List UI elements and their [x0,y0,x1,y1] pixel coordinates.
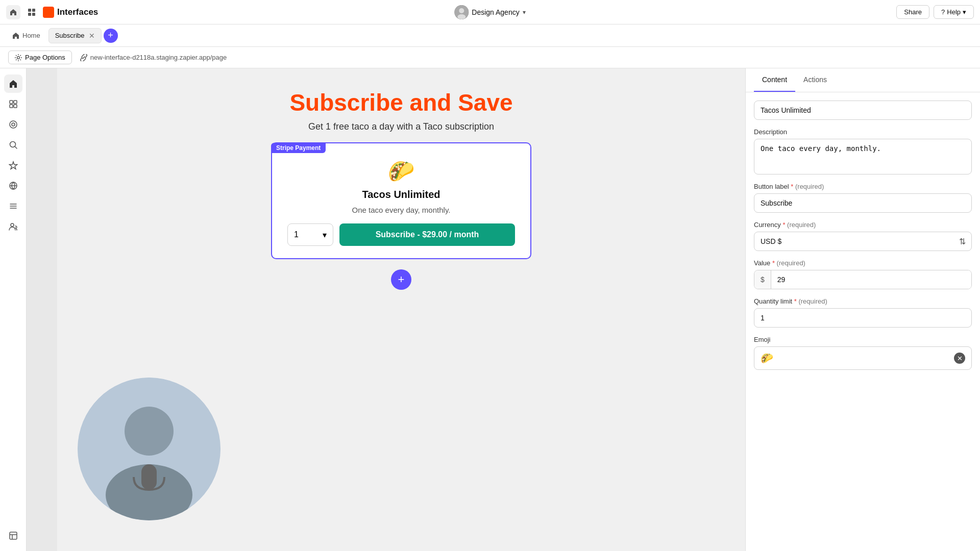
panel-tab-actions[interactable]: Actions [795,68,835,92]
svg-point-6 [457,14,465,19]
grid-nav-icon[interactable] [24,5,39,19]
svg-point-7 [17,56,20,59]
svg-rect-8 [10,101,13,104]
settings-icon [15,54,22,61]
svg-rect-17 [10,532,17,539]
svg-rect-9 [14,101,17,104]
help-icon: ? [941,8,945,16]
product-name: Tacos Unlimited [362,189,440,201]
description-input[interactable]: One taco every day, monthly. [754,139,972,174]
left-sidebar [0,68,27,551]
sidebar-item-globe[interactable] [4,177,22,195]
sidebar-item-home[interactable] [4,74,22,93]
svg-rect-10 [10,105,13,108]
sidebar-item-layout[interactable] [4,527,22,545]
tab-subscribe-label: Subscribe [55,32,85,39]
quantity-selector[interactable]: 1 ▾ [287,223,333,246]
qty-chevron-icon: ▾ [323,230,327,240]
field-qty-limit: Quantity limit * (required) [754,297,972,328]
svg-rect-1 [32,9,35,12]
qty-limit-input[interactable] [754,308,972,328]
sidebar-item-list[interactable] [4,197,22,215]
panel-content: Description One taco every day, monthly.… [746,92,980,378]
home-tab-icon [12,32,19,39]
avatar [454,5,469,19]
panel-tabs: Content Actions [746,68,980,92]
value-input-wrapper: $ [754,270,972,289]
field-emoji: Emoji 🌮 ✕ [754,336,972,370]
subscribe-button[interactable]: Subscribe - $29.00 / month [339,223,515,246]
product-desc: One taco every day, monthly. [352,206,451,214]
value-input[interactable] [771,270,971,289]
preview-area: Subscribe and Save Get 1 free taco a day… [57,68,745,551]
emoji-input-row: 🌮 ✕ [754,346,972,370]
subscribe-heading: Subscribe and Save [289,89,512,116]
nav-center: Design Agency ▾ [454,5,525,19]
emoji-clear-button[interactable]: ✕ [954,353,965,364]
brand-name: Interfaces [57,7,98,17]
sidebar-item-star[interactable] [4,156,22,174]
button-label-input[interactable] [754,193,972,213]
svg-point-5 [459,8,464,13]
button-label-label: Button label * (required) [754,183,972,190]
sidebar-item-grid[interactable] [4,95,22,113]
svg-point-14 [10,142,15,147]
stripe-label: Stripe Payment [271,143,326,153]
page-options-label: Page Options [25,54,65,61]
currency-select[interactable]: USD $ EUR € GBP £ [754,232,972,251]
panel-tab-content[interactable]: Content [754,68,795,92]
field-description: Description One taco every day, monthly. [754,128,972,174]
svg-rect-2 [28,13,31,16]
options-row: Page Options new-interface-d2118a.stagin… [0,47,980,68]
right-panel: Content Actions Description One taco eve… [745,68,980,551]
subscribe-subtext: Get 1 free taco a day with a Taco subscr… [308,121,494,132]
field-currency: Currency * (required) USD $ EUR € GBP £ … [754,221,972,251]
main: Subscribe and Save Get 1 free taco a day… [0,68,980,551]
svg-rect-0 [28,9,31,12]
home-nav-icon[interactable] [6,5,20,19]
help-label: Help [947,8,961,16]
agency-chevron-icon[interactable]: ▾ [523,9,526,16]
url-bar: new-interface-d2118a.staging.zapier.app/… [80,54,227,61]
add-content-button[interactable]: + [391,269,411,290]
person-avatar [78,378,220,520]
product-name-input[interactable] [754,101,972,120]
tabs-row: Home Subscribe ✕ + [0,24,980,47]
stripe-actions: 1 ▾ Subscribe - $29.00 / month [287,223,515,246]
page-options-button[interactable]: Page Options [8,51,72,64]
svg-rect-3 [32,13,35,16]
field-button-label: Button label * (required) [754,183,972,213]
tab-home[interactable]: Home [6,29,46,42]
svg-point-19 [125,407,174,456]
sidebar-item-zap[interactable] [4,115,22,134]
canvas: Subscribe and Save Get 1 free taco a day… [27,68,745,551]
brand-icon [43,7,54,18]
svg-point-13 [12,123,15,126]
sidebar-item-users[interactable] [4,217,22,236]
currency-label: Currency * (required) [754,221,972,229]
description-label: Description [754,128,972,136]
tab-home-label: Home [22,32,40,39]
nav-brand: Interfaces [43,7,98,18]
qty-value: 1 [294,230,299,239]
nav-actions: Share ? Help ▾ [896,5,974,19]
svg-rect-21 [141,464,157,490]
url-text: new-interface-d2118a.staging.zapier.app/… [90,54,227,61]
emoji-value: 🌮 [761,352,773,364]
help-button[interactable]: ? Help ▾ [934,5,974,19]
emoji-label: Emoji [754,336,972,343]
top-nav: Interfaces Design Agency ▾ Share ? Help … [0,0,980,24]
agency-name[interactable]: Design Agency [472,8,519,16]
tab-subscribe[interactable]: Subscribe ✕ [48,28,102,43]
tab-close-icon[interactable]: ✕ [89,32,95,40]
share-button[interactable]: Share [896,5,929,19]
sidebar-item-search[interactable] [4,136,22,154]
stripe-payment-card: Stripe Payment 🌮 Tacos Unlimited One tac… [271,142,531,259]
tab-add-button[interactable]: + [104,29,118,43]
svg-point-16 [11,223,14,227]
person-thumbnail [78,378,220,520]
value-label: Value * (required) [754,259,972,267]
product-emoji: 🌮 [388,159,414,184]
field-product-name [754,101,972,120]
field-value: Value * (required) $ [754,259,972,289]
